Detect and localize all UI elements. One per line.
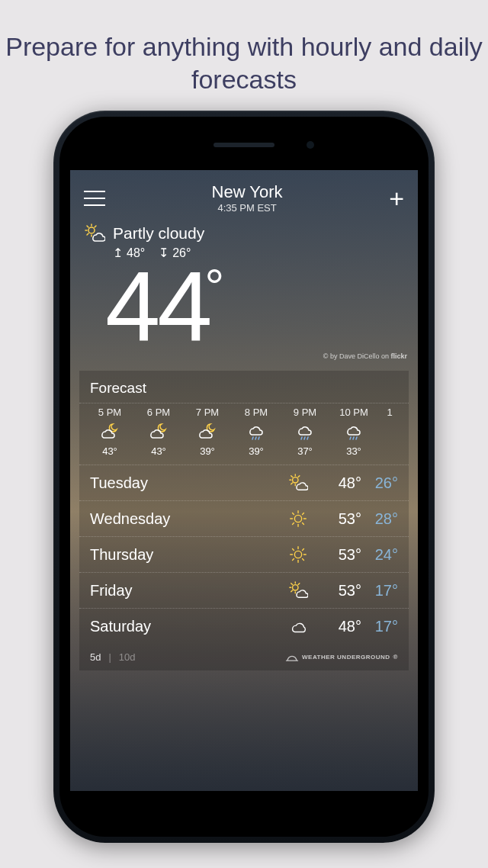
hour-label: 5 PM (85, 407, 134, 418)
daily-row[interactable]: Friday53°17° (79, 572, 409, 608)
sunny-icon (288, 509, 308, 529)
hourly-forecast[interactable]: 5 PM43°6 PM43°7 PM39°8 PM39°9 PM37°10 PM… (79, 403, 409, 465)
daily-row[interactable]: Thursday53°24° (79, 536, 409, 572)
hourly-item: 7 PM39° (183, 407, 232, 457)
day-high: 48° (325, 474, 361, 492)
hourly-item: 8 PM39° (232, 407, 281, 457)
hourly-item: 5 PM43° (85, 407, 134, 457)
phone-frame: New York 4:35 PM EST + Partly cloudy ↥ 4… (53, 111, 435, 843)
hour-label: 7 PM (183, 407, 232, 418)
current-conditions: Partly cloudy ↥ 48° ↧ 26° 44° (70, 217, 418, 355)
hour-label: 8 PM (232, 407, 281, 418)
hour-temp: 33° (329, 445, 378, 457)
day-name: Saturday (90, 618, 271, 635)
sunny-icon (288, 545, 308, 564)
location-block[interactable]: New York 4:35 PM EST (105, 182, 389, 214)
condition-text: Partly cloudy (113, 224, 204, 243)
hour-temp: 37° (281, 445, 329, 457)
weather-underground-icon (285, 654, 299, 661)
hourly-item: 1 (378, 407, 401, 457)
menu-icon[interactable] (84, 191, 105, 206)
day-low: 17° (361, 582, 398, 600)
daily-forecast: Tuesday48°26°Wednesday53°28°Thursday53°2… (79, 465, 409, 644)
add-location-button[interactable]: + (389, 191, 404, 206)
night-cloud-icon (197, 421, 218, 442)
range-divider: | (108, 651, 111, 663)
hour-temp: 43° (85, 445, 134, 457)
rain-icon (294, 421, 316, 442)
partly-cloudy-icon (84, 223, 105, 244)
hour-label: 1 (378, 407, 401, 418)
partly-cloudy-icon (288, 473, 308, 493)
rain-icon (343, 421, 364, 442)
day-high: 53° (325, 582, 361, 600)
hour-label: 10 PM (329, 407, 378, 418)
hour-label: 6 PM (134, 407, 183, 418)
hourly-item: 6 PM43° (134, 407, 183, 457)
hour-temp: 39° (183, 445, 232, 457)
forecast-footer: 5d | 10d WEATHER UNDERGROUND® (79, 644, 409, 670)
app-screen: New York 4:35 PM EST + Partly cloudy ↥ 4… (70, 170, 418, 791)
hour-temp: 39° (232, 445, 281, 457)
night-cloud-icon (99, 421, 120, 442)
day-low: 28° (361, 510, 398, 528)
day-high: 53° (325, 510, 361, 528)
partly-cloudy-icon (288, 580, 308, 600)
day-low: 24° (361, 546, 398, 564)
forecast-panel: Forecast 5 PM43°6 PM43°7 PM39°8 PM39°9 P… (79, 371, 409, 670)
daily-row[interactable]: Wednesday53°28° (79, 500, 409, 536)
day-name: Wednesday (90, 510, 271, 528)
header-bar: New York 4:35 PM EST + (70, 170, 418, 217)
hour-temp: 43° (134, 445, 183, 457)
range-10d-button[interactable]: 10d (119, 651, 136, 663)
hourly-item: 10 PM33° (329, 407, 378, 457)
day-low: 26° (361, 474, 398, 492)
daily-row[interactable]: Tuesday48°26° (79, 465, 409, 500)
hourly-item: 9 PM37° (281, 407, 329, 457)
forecast-title: Forecast (79, 380, 409, 403)
provider-brand: WEATHER UNDERGROUND® (285, 654, 398, 661)
day-low: 17° (361, 618, 398, 635)
promo-headline: Prepare for anything with hourly and dai… (0, 31, 488, 95)
daily-row[interactable]: Saturday48°17° (79, 608, 409, 644)
day-name: Friday (90, 582, 271, 600)
day-name: Tuesday (90, 474, 271, 492)
rain-icon (246, 421, 267, 442)
photo-attribution: © by Dave DiCello on flickr (70, 352, 418, 360)
hour-label: 9 PM (281, 407, 329, 418)
day-high: 53° (325, 546, 361, 564)
location-time: 4:35 PM EST (105, 202, 389, 214)
day-name: Thursday (90, 546, 271, 564)
range-5d-button[interactable]: 5d (90, 651, 101, 663)
night-cloud-icon (148, 421, 169, 442)
current-temperature: 44° (105, 256, 404, 355)
day-high: 48° (325, 618, 361, 635)
cloudy-icon (288, 616, 308, 636)
location-name: New York (105, 182, 389, 202)
phone-bezel: New York 4:35 PM EST + Partly cloudy ↥ 4… (59, 117, 429, 837)
